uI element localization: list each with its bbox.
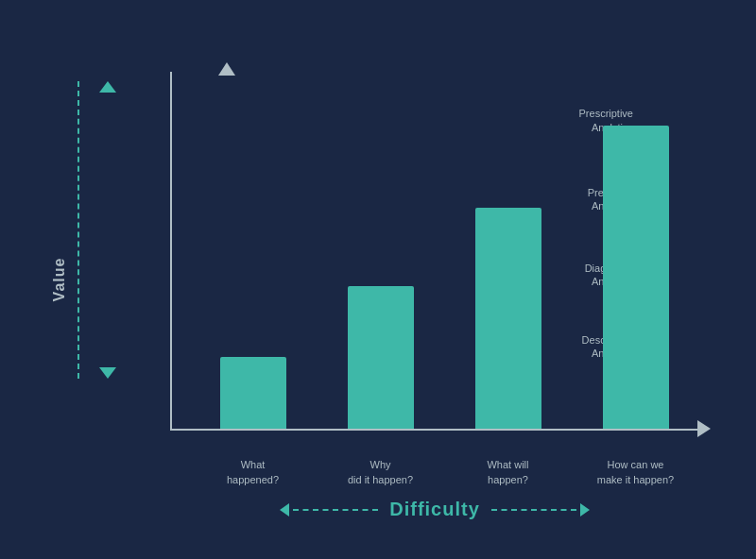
- difficulty-section: Difficulty: [170, 499, 699, 520]
- arrow-left-icon: [280, 503, 289, 517]
- bar-1: [220, 357, 286, 429]
- x-label-2: Whydid it happen?: [317, 450, 444, 487]
- x-label-4: How can wemake it happen?: [572, 450, 699, 487]
- difficulty-left-arrow: [280, 503, 378, 517]
- difficulty-right-arrow: [491, 503, 590, 517]
- difficulty-label: Difficulty: [389, 499, 480, 520]
- arrow-right-icon: [580, 503, 590, 517]
- chart-area: PrescriptiveAnalytics PredictiveAnalytic…: [113, 72, 699, 431]
- bar-4: [603, 126, 669, 429]
- chart-container: Value PrescriptiveAnalytics PredictiveAn…: [38, 34, 718, 525]
- y-axis-label: Value: [51, 258, 68, 302]
- x-axis-line: [170, 429, 699, 431]
- x-label-1: Whathappened?: [189, 450, 317, 487]
- dashed-line-right: [491, 509, 576, 511]
- y-dashed-indicator: [77, 81, 79, 379]
- x-axis-arrow: [697, 420, 711, 437]
- bar-wrapper-2: [317, 72, 444, 429]
- bar-3: [475, 208, 541, 429]
- dashed-line-left: [293, 509, 378, 511]
- bar-wrapper-4: [572, 72, 699, 429]
- bar-2: [348, 286, 414, 429]
- bar-wrapper-1: [189, 72, 317, 429]
- x-labels: Whathappened? Whydid it happen? What wil…: [170, 450, 699, 487]
- bar-wrapper-3: [444, 72, 572, 429]
- bars-group: [170, 72, 699, 429]
- x-label-3: What willhappen?: [444, 450, 572, 487]
